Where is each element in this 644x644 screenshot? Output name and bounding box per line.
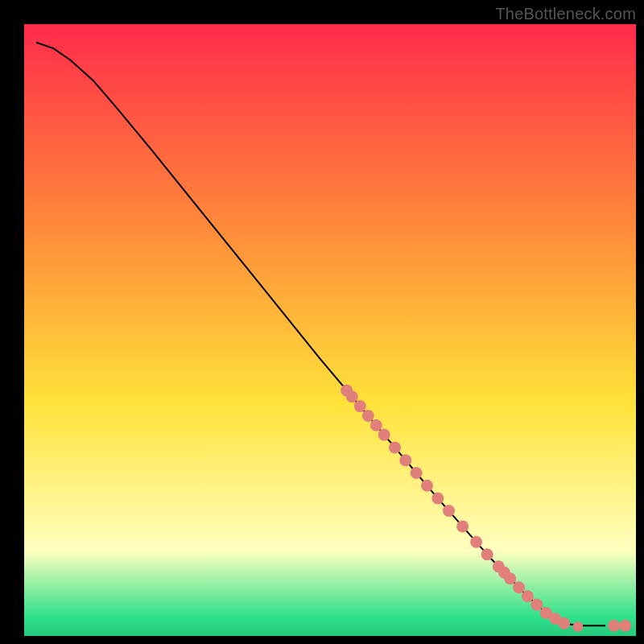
data-marker (346, 390, 358, 402)
data-marker (470, 536, 482, 548)
data-marker (530, 599, 543, 611)
data-marker (558, 617, 570, 630)
data-marker (399, 454, 411, 466)
data-marker (481, 548, 493, 560)
data-marker (513, 581, 525, 593)
data-marker (504, 572, 516, 584)
data-marker (421, 480, 433, 492)
watermark-text: TheBottleneck.com (495, 5, 636, 23)
data-marker (456, 520, 469, 532)
plot-area (24, 24, 636, 636)
data-marker (411, 467, 423, 479)
data-marker (608, 620, 620, 632)
gradient-background (24, 24, 636, 636)
data-marker (370, 419, 382, 431)
chart-frame: TheBottleneck.com (0, 0, 644, 644)
data-marker (522, 590, 534, 602)
chart-svg (24, 24, 636, 636)
data-marker (431, 493, 444, 505)
data-marker (354, 400, 366, 412)
data-marker (362, 410, 374, 422)
data-marker (443, 505, 455, 517)
data-marker (619, 620, 631, 632)
data-marker (572, 621, 583, 632)
data-marker (378, 429, 390, 441)
data-marker (389, 441, 401, 453)
